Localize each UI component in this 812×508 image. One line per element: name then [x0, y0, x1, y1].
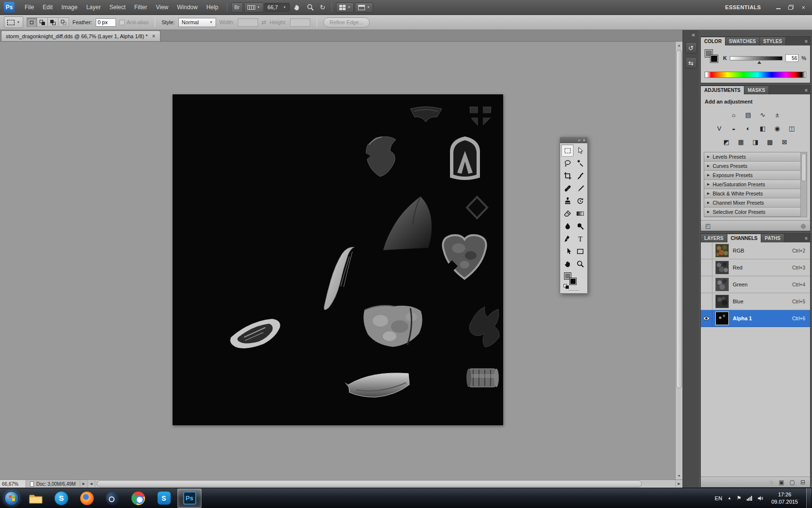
delete-channel-icon[interactable]: ⊟ [800, 479, 805, 486]
menu-window[interactable]: Window [173, 2, 202, 13]
subtract-from-selection-button[interactable] [48, 17, 58, 27]
curves-adjustment-icon[interactable]: ∿ [757, 110, 768, 119]
color-spectrum-ramp[interactable] [705, 72, 806, 78]
taskbar-skype[interactable]: S [49, 489, 73, 508]
show-desktop-button[interactable] [806, 488, 811, 508]
k-slider[interactable] [730, 56, 783, 60]
eraser-tool[interactable] [561, 207, 574, 220]
channel-row-green[interactable]: Green Ctrl+4 [701, 276, 810, 293]
hand-tool-button[interactable] [290, 2, 303, 13]
exposure-adjustment-icon[interactable]: ± [772, 110, 783, 119]
menu-edit[interactable]: Edit [38, 2, 57, 13]
photoshop-logo[interactable]: Ps [4, 2, 14, 13]
slider-thumb-icon[interactable] [757, 61, 761, 64]
show-hidden-icons[interactable]: ▲ [727, 496, 731, 500]
menu-layer[interactable]: Layer [82, 2, 105, 13]
preset-curves[interactable]: ▶Curves Presets [704, 162, 800, 171]
preset-black-white[interactable]: ▶Black & White Presets [704, 189, 800, 198]
antialias-checkbox[interactable]: Anti-alias [119, 19, 148, 25]
scroll-left-icon[interactable]: ◀ [88, 480, 95, 488]
channel-row-alpha-1[interactable]: Alpha 1 Ctrl+6 [701, 310, 810, 327]
menu-filter[interactable]: Filter [130, 2, 152, 13]
horizontal-scrollbar[interactable]: ◀ ▶ [88, 480, 682, 488]
menu-file[interactable]: File [20, 2, 38, 13]
width-input[interactable] [238, 18, 258, 27]
preset-selective-color[interactable]: ▶Selective Color Presets [704, 208, 800, 217]
document-tab[interactable]: storm_dragonknight_diff.dds @ 66,7% (Lay… [1, 30, 160, 41]
screen-mode-button[interactable]: ▼ [355, 2, 373, 13]
panel-menu-icon[interactable]: ≡ [802, 236, 810, 242]
tab-channels[interactable]: CHANNELS [727, 234, 762, 242]
visibility-toggle[interactable] [701, 293, 712, 310]
status-menu-arrow[interactable]: ▶ [80, 480, 88, 488]
palette-header[interactable]: » × [560, 137, 587, 143]
posterize-adjustment-icon[interactable]: ▦ [736, 137, 746, 146]
channel-row-rgb[interactable]: RGB Ctrl+2 [701, 242, 810, 259]
tab-swatches[interactable]: SWATCHES [725, 37, 760, 45]
hand-tool[interactable] [561, 257, 574, 270]
workspace-switcher[interactable]: ESSENTIALS [725, 4, 775, 10]
channel-row-blue[interactable]: Blue Ctrl+5 [701, 293, 810, 310]
vertical-scroll-track[interactable] [676, 49, 682, 472]
preset-channel-mixer[interactable]: ▶Channel Mixer Presets [704, 198, 800, 208]
rectangular-marquee-tool[interactable] [561, 144, 574, 157]
tab-adjustments[interactable]: ADJUSTMENTS [701, 86, 744, 94]
return-to-list-icon[interactable]: ◎ [801, 223, 806, 229]
clone-source-panel-icon[interactable]: ⇆ [685, 57, 697, 69]
restore-button[interactable] [788, 5, 794, 10]
switch-expanded-view-icon[interactable]: ◰ [705, 223, 710, 229]
scroll-up-icon[interactable]: ▲ [676, 42, 682, 49]
preset-hue-saturation[interactable]: ▶Hue/Saturation Presets [704, 180, 800, 189]
channel-row-red[interactable]: Red Ctrl+3 [701, 259, 810, 276]
zoom-tool[interactable] [574, 257, 586, 270]
launch-bridge-button[interactable]: Br [231, 2, 243, 13]
history-brush-tool[interactable] [574, 194, 586, 207]
vibrance-adjustment-icon[interactable]: V [714, 124, 725, 133]
visibility-toggle[interactable] [701, 259, 712, 276]
color-swatch-control[interactable] [563, 271, 584, 288]
close-button[interactable]: × [801, 4, 805, 11]
hue-saturation-adjustment-icon[interactable]: ◒ [728, 124, 739, 133]
pen-tool[interactable] [561, 232, 574, 245]
background-color-chip[interactable] [710, 55, 718, 63]
lasso-tool[interactable] [561, 157, 574, 169]
tab-styles[interactable]: STYLES [760, 37, 786, 45]
action-center-icon[interactable]: ⚑ [737, 495, 741, 501]
view-extras-button[interactable]: ▼ [244, 2, 263, 13]
gradient-map-adjustment-icon[interactable]: ▩ [765, 137, 775, 146]
intersect-selection-button[interactable] [58, 17, 69, 27]
disclosure-triangle-icon[interactable]: ▶ [707, 182, 710, 186]
floating-tool-palette[interactable]: » × [560, 137, 588, 294]
tab-masks[interactable]: MASKS [744, 86, 769, 94]
disclosure-triangle-icon[interactable]: ▶ [707, 201, 710, 205]
gradient-tool[interactable] [574, 207, 586, 220]
minimize-button[interactable] [776, 5, 781, 9]
menu-help[interactable]: Help [202, 2, 223, 13]
add-to-selection-button[interactable] [37, 17, 48, 27]
taskbar-skype-alt[interactable]: S [152, 489, 176, 508]
color-balance-adjustment-icon[interactable]: ◐ [743, 124, 754, 133]
k-value-input[interactable] [785, 54, 798, 62]
blur-tool[interactable] [561, 220, 574, 232]
horizontal-scroll-thumb[interactable] [97, 480, 642, 487]
disclosure-triangle-icon[interactable]: ▶ [707, 155, 710, 159]
disclosure-triangle-icon[interactable]: ▶ [707, 173, 710, 177]
scroll-down-icon[interactable]: ▼ [676, 472, 682, 479]
tab-paths[interactable]: PATHS [761, 234, 784, 242]
language-indicator[interactable]: EN [715, 495, 722, 501]
canvas-area[interactable]: » × [0, 42, 682, 479]
load-channel-as-selection-icon[interactable]: ◌ [770, 479, 773, 486]
visibility-toggle[interactable] [701, 310, 712, 327]
tab-close-icon[interactable]: × [152, 33, 155, 40]
preset-scroll-thumb[interactable] [801, 153, 806, 181]
tool-preset-picker[interactable]: ▼ [4, 16, 23, 28]
vertical-scroll-thumb[interactable] [676, 50, 682, 388]
taskbar-photoshop[interactable]: Ps [177, 489, 202, 508]
height-input[interactable] [290, 18, 310, 27]
panel-menu-icon[interactable]: ≡ [802, 88, 810, 94]
crop-tool[interactable] [561, 169, 574, 182]
create-new-channel-icon[interactable]: ▢ [790, 479, 795, 486]
volume-icon[interactable] [757, 496, 763, 501]
new-selection-button[interactable] [27, 17, 37, 27]
type-tool[interactable]: T [574, 232, 586, 245]
